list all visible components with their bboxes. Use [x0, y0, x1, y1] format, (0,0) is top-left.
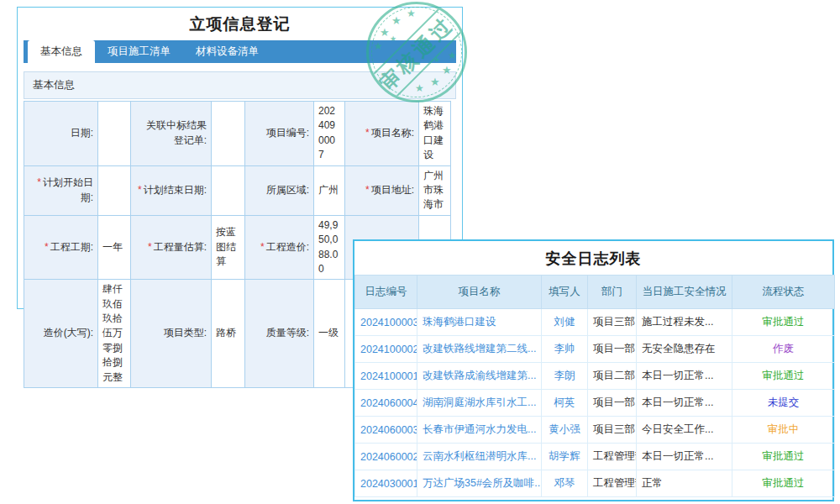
- required-asterisk: *: [37, 176, 41, 188]
- filler-link[interactable]: 邓琴: [542, 470, 588, 497]
- project-name-link[interactable]: 改建铁路成渝线增建第...: [417, 363, 542, 390]
- tab-material-equipment-list[interactable]: 材料设备清单: [183, 40, 271, 63]
- field-label: 所属区域:: [245, 165, 314, 215]
- filler-link[interactable]: 柯英: [542, 390, 588, 417]
- table-header-row: 日志编号 项目名称 填写人 部门 当日施工安全情况 流程状态: [355, 276, 835, 309]
- field-value: 按蓝图结算: [212, 215, 245, 280]
- tab-basic-info[interactable]: 基本信息: [28, 40, 95, 63]
- field-label-text: 日期:: [71, 127, 93, 139]
- log-number-link[interactable]: 2024060004: [355, 390, 417, 417]
- log-number-link[interactable]: 2024060002: [355, 444, 417, 470]
- field-label: 造价(大写):: [24, 280, 98, 388]
- department-cell: 项目三部: [588, 417, 637, 444]
- field-label-text: 项目类型:: [164, 327, 207, 339]
- field-value: [212, 102, 245, 166]
- field-value: 广州市珠海市: [419, 165, 451, 215]
- page-title: 立项信息登记: [18, 13, 462, 35]
- section-header: 基本信息: [24, 71, 456, 99]
- log-number-link[interactable]: 2024100001: [355, 363, 417, 390]
- field-label: *项目名称:: [345, 102, 419, 166]
- field-label-text: 项目地址:: [371, 184, 414, 196]
- safety-log-panel: 安全日志列表 日志编号 项目名称 填写人 部门 当日施工安全情况 流程状态 20…: [353, 239, 834, 501]
- status-cell: 审批中: [732, 417, 835, 444]
- field-label-text: 造价(大写):: [44, 327, 93, 339]
- filler-link[interactable]: 黄小强: [542, 417, 588, 444]
- field-value: 2024090007: [314, 102, 345, 166]
- safety-situation-cell: 施工过程未发...: [637, 309, 732, 336]
- required-asterisk: *: [45, 241, 49, 253]
- required-asterisk: *: [365, 184, 370, 196]
- required-asterisk: *: [365, 127, 370, 139]
- table-row: 2024060003 长春市伊通河水力发电... 黄小强 项目三部 今日安全工作…: [355, 417, 835, 444]
- project-name-link[interactable]: 改建铁路线增建第二线...: [417, 336, 542, 363]
- field-value: 路桥: [212, 280, 245, 388]
- field-label: *工程工期:: [24, 215, 98, 280]
- column-header: 日志编号: [355, 276, 417, 309]
- status-cell: 审批通过: [732, 470, 835, 497]
- safety-situation-cell: 正常: [637, 470, 732, 497]
- field-value: 一年: [98, 215, 131, 280]
- field-value: [212, 165, 245, 215]
- tab-construction-list[interactable]: 项目施工清单: [95, 40, 183, 63]
- field-label: 项目编号:: [245, 102, 314, 166]
- field-label-text: 计划结束日期:: [144, 184, 207, 196]
- table-row: 2024060004 湖南洞庭湖水库引水工... 柯英 项目一部 本日一切正常.…: [355, 390, 835, 417]
- status-cell: 未提交: [732, 390, 835, 417]
- status-cell: 审批通过: [732, 309, 835, 336]
- field-label-text: 工程量估算:: [154, 241, 207, 253]
- safety-situation-cell: 今日安全工作...: [637, 417, 732, 444]
- field-label-text: 项目名称:: [371, 127, 414, 139]
- table-row: 2024030001 万达广场35#会所及咖啡... 邓琴 工程管理部 正常 审…: [355, 470, 835, 497]
- column-header: 部门: [588, 276, 637, 309]
- filler-link[interactable]: 刘健: [542, 309, 588, 336]
- field-label-text: 工程造价:: [266, 241, 309, 253]
- project-name-link[interactable]: 长春市伊通河水力发电...: [417, 417, 542, 444]
- field-label: *工程造价:: [245, 215, 314, 280]
- form-row: 日期: 关联中标结果登记单: 项目编号: 2024090007 *项目名称: 珠…: [24, 102, 451, 166]
- department-cell: 工程管理部: [588, 444, 637, 470]
- column-header: 项目名称: [417, 276, 542, 309]
- department-cell: 项目三部: [588, 309, 637, 336]
- required-asterisk: *: [260, 241, 265, 253]
- safety-situation-cell: 本日一切正常...: [637, 444, 732, 470]
- project-name-link[interactable]: 珠海鹤港口建设: [417, 309, 542, 336]
- field-value: [98, 165, 131, 215]
- safety-situation-cell: 本日一切正常...: [637, 390, 732, 417]
- field-label: 日期:: [24, 102, 98, 166]
- department-cell: 项目一部: [588, 336, 637, 363]
- field-value: [98, 102, 131, 166]
- table-row: 2024100003 珠海鹤港口建设 刘健 项目三部 施工过程未发... 审批通…: [355, 309, 835, 336]
- field-label-text: 质量等级:: [266, 327, 309, 339]
- project-name-link[interactable]: 湖南洞庭湖水库引水工...: [417, 390, 542, 417]
- field-label: 质量等级:: [245, 280, 314, 388]
- table-row: 2024060002 云南水利枢纽潜明水库... 胡学辉 工程管理部 本日一切正…: [355, 444, 835, 470]
- form-row: *计划开始日期: *计划结束日期: 所属区域: 广州 *项目地址: 广州市珠海市: [24, 165, 451, 215]
- project-name-link[interactable]: 云南水利枢纽潜明水库...: [417, 444, 542, 470]
- column-header: 当日施工安全情况: [637, 276, 732, 309]
- field-label: *工程量估算:: [131, 215, 212, 280]
- safety-situation-cell: 无安全隐患存在: [637, 336, 732, 363]
- log-number-link[interactable]: 2024100002: [355, 336, 417, 363]
- tab-bar: 基本信息 项目施工清单 材料设备清单: [24, 40, 456, 63]
- filler-link[interactable]: 胡学辉: [542, 444, 588, 470]
- filler-link[interactable]: 李帅: [542, 336, 588, 363]
- log-number-link[interactable]: 2024060003: [355, 417, 417, 444]
- field-value: 肆仟玖佰玖拾伍万零捌拾捌元整: [98, 280, 131, 388]
- required-asterisk: *: [138, 184, 142, 196]
- status-cell: 审批通过: [732, 444, 835, 470]
- panel-title: 安全日志列表: [354, 241, 832, 275]
- field-label-text: 工程工期:: [50, 241, 93, 253]
- project-name-link[interactable]: 万达广场35#会所及咖啡...: [417, 470, 542, 497]
- field-label: *计划结束日期:: [131, 165, 212, 215]
- log-number-link[interactable]: 2024100003: [355, 309, 417, 336]
- log-number-link[interactable]: 2024030001: [355, 470, 417, 497]
- column-header: 填写人: [542, 276, 588, 309]
- field-label: 项目类型:: [131, 280, 212, 388]
- status-cell: 作废: [732, 336, 835, 363]
- filler-link[interactable]: 李朗: [542, 363, 588, 390]
- department-cell: 项目一部: [588, 390, 637, 417]
- field-label-text: 关联中标结果登记单:: [146, 119, 207, 145]
- field-label-text: 所属区域:: [266, 184, 309, 196]
- field-value: 一级: [314, 280, 345, 388]
- field-value: 广州: [314, 165, 345, 215]
